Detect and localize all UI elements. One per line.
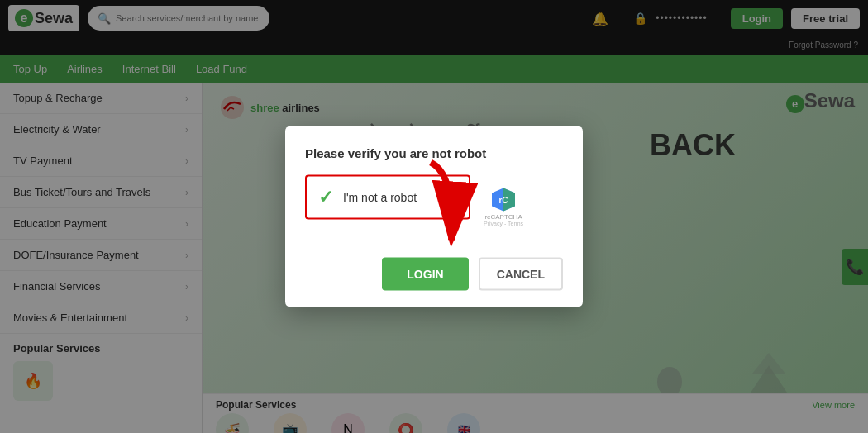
recaptcha-label-text: reCAPTCHA bbox=[484, 213, 522, 221]
captcha-label: I'm not a robot bbox=[343, 191, 417, 204]
modal-cancel-button[interactable]: CANCEL bbox=[479, 258, 563, 291]
captcha-row: ✓ I'm not a robot rC reCAPTCHA Privacy -… bbox=[305, 175, 563, 238]
captcha-checkmark: ✓ bbox=[318, 187, 333, 208]
recaptcha-logo-area: rC reCAPTCHA Privacy - Terms bbox=[484, 187, 523, 226]
modal-title: Please verify you are not robot bbox=[305, 146, 563, 160]
modal-buttons: LOGIN CANCEL bbox=[305, 258, 563, 291]
verify-modal: Please verify you are not robot ✓ I'm no… bbox=[285, 126, 583, 307]
svg-text:rC: rC bbox=[498, 196, 508, 205]
modal-login-button[interactable]: LOGIN bbox=[382, 258, 468, 291]
recaptcha-widget[interactable]: ✓ I'm not a robot bbox=[305, 175, 470, 220]
recaptcha-logo-icon: rC bbox=[490, 187, 517, 213]
recaptcha-privacy: Privacy - Terms bbox=[484, 221, 523, 226]
